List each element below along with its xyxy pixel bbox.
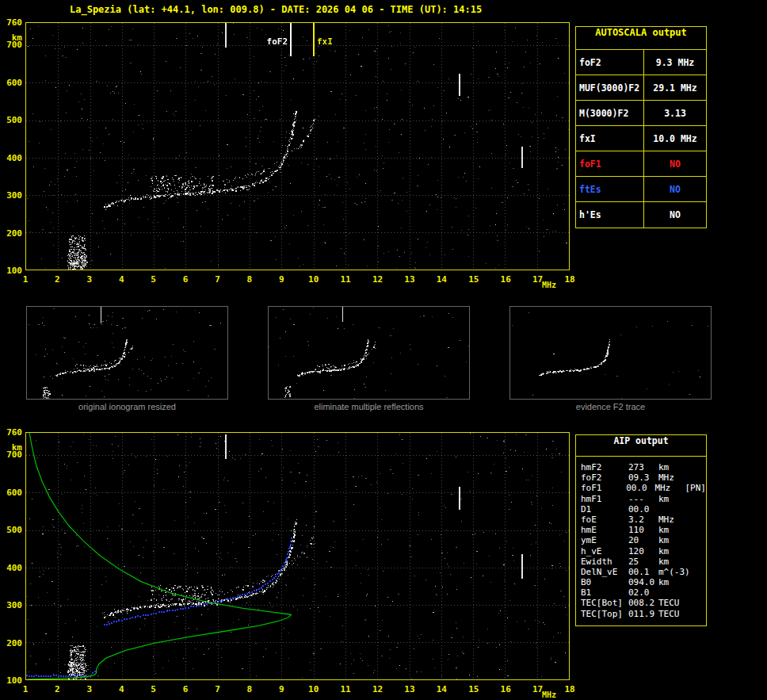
- autoscala-row-label: h'Es: [576, 202, 644, 228]
- aip-row: B0094.0km: [576, 577, 706, 587]
- aip-row-unit: m^(-3): [658, 567, 690, 577]
- thumbnail-caption-1: original ionogram resized: [26, 402, 228, 411]
- thumbnail-original-ionogram: [26, 306, 228, 400]
- aip-row-value: 00.1: [628, 567, 658, 577]
- thumbnail-evidence-f2-trace: [509, 306, 712, 400]
- x-tick-label: 6: [177, 274, 193, 285]
- aip-row-value: 25: [628, 557, 658, 567]
- autoscala-row-value: NO: [644, 151, 706, 176]
- aip-row-label: ymE: [581, 535, 628, 545]
- aip-row-value: 02.0: [628, 587, 658, 598]
- station-title: La_Spezia (lat: +44.1, lon: 009.8) - DAT…: [70, 4, 482, 15]
- aip-row: foE3.2MHz: [576, 514, 706, 525]
- aip-row-note: [690, 535, 706, 545]
- x-tick-label: 8: [242, 684, 258, 694]
- aip-row: B102.0: [576, 587, 706, 598]
- autoscala-row-label: foF1: [576, 151, 644, 176]
- x-tick-label: 7: [209, 274, 225, 285]
- aip-row-value: 09.3: [628, 472, 658, 483]
- autoscala-rows: foF29.3 MHzMUF(3000)F229.1 MHzM(3000)F23…: [576, 50, 706, 228]
- aip-panel-title: AIP output: [576, 435, 706, 457]
- aip-row-label: foE: [581, 514, 628, 525]
- aip-row-value: 110: [628, 525, 658, 535]
- y-tick-label: 400: [0, 153, 22, 163]
- aip-row-note: [690, 462, 706, 472]
- aip-output-panel: AIP output hmF2273kmfoF209.3MHzfoF100.0M…: [575, 434, 707, 626]
- aip-row-note: [690, 504, 706, 514]
- x-tick-label: 15: [466, 274, 482, 285]
- aip-row-unit: km: [658, 462, 690, 472]
- autoscala-row-label: foF2: [576, 50, 644, 75]
- aip-rows: hmF2273kmfoF209.3MHzfoF100.0MHz[PN]hmF1-…: [576, 462, 706, 619]
- y-tick-label: 760: [0, 17, 22, 28]
- aip-row: Ewidth25km: [576, 557, 706, 567]
- x-tick-label: 4: [113, 684, 129, 694]
- x-tick-label: 2: [49, 684, 65, 694]
- x-tick-label: 7: [209, 684, 225, 694]
- x-tick-label: 18: [562, 684, 578, 694]
- y-tick-label: 300: [0, 190, 22, 201]
- aip-row-label: h_vE: [581, 546, 628, 557]
- aip-row-unit: [658, 504, 690, 514]
- aip-row: D100.0: [576, 504, 706, 514]
- aip-row-label: Ewidth: [581, 557, 628, 567]
- x-axis-unit-label: MHz: [542, 281, 556, 289]
- aip-row-value: 3.2: [628, 514, 658, 525]
- thumbnail-canvas-3: [510, 307, 711, 399]
- y-tick-label: 200: [0, 228, 22, 239]
- aip-row-label: B0: [581, 577, 628, 587]
- y-tick-label: 100: [0, 675, 22, 686]
- aip-row-unit: [658, 587, 690, 598]
- x-tick-label: 12: [370, 684, 386, 694]
- aip-row-unit: TECU: [658, 598, 690, 608]
- autoscala-row: h'EsNO: [576, 202, 706, 228]
- autoscala-row-value: 9.3 MHz: [644, 50, 706, 75]
- aip-row-label: DelN_vE: [581, 567, 628, 577]
- thumbnail-caption-3: evidence F2 trace: [509, 402, 712, 411]
- autoscala-row-label: M(3000)F2: [576, 101, 644, 125]
- autoscala-row: ftEsNO: [576, 177, 706, 202]
- autoscala-row: fxI10.0 MHz: [576, 126, 706, 151]
- x-tick-label: 5: [146, 684, 162, 694]
- aip-row-note: [690, 472, 706, 483]
- x-tick-label: 6: [177, 684, 193, 694]
- x-tick-label: 15: [466, 684, 482, 694]
- aip-row-value: 094.0: [628, 577, 658, 587]
- x-tick-label: 4: [113, 274, 129, 285]
- aip-row: hmF1---km: [576, 494, 706, 504]
- aip-row: hmF2273km: [576, 462, 706, 472]
- x-tick-label: 12: [370, 274, 386, 285]
- aip-row: foF100.0MHz[PN]: [576, 483, 706, 493]
- y-tick-label: 400: [0, 563, 22, 573]
- autoscala-row: M(3000)F23.13: [576, 101, 706, 126]
- autoscala-row-label: MUF(3000)F2: [576, 75, 644, 100]
- aip-row-label: TEC[Bot]: [581, 598, 628, 608]
- x-tick-label: 5: [146, 274, 162, 285]
- aip-row-value: 008.2: [628, 598, 658, 608]
- y-tick-label: 200: [0, 638, 22, 648]
- aip-row-note: [690, 609, 706, 619]
- aip-row-label: D1: [581, 504, 628, 514]
- x-tick-label: 9: [273, 684, 289, 694]
- aip-row-unit: km: [658, 494, 690, 504]
- aip-row-value: 011.9: [628, 609, 658, 619]
- x-tick-label: 14: [433, 684, 449, 694]
- thumbnail-canvas-2: [269, 307, 469, 399]
- x-tick-label: 16: [498, 684, 513, 694]
- autoscala-row: foF29.3 MHz: [576, 50, 706, 75]
- aip-row-label: B1: [581, 587, 628, 598]
- aip-row-note: [690, 598, 706, 608]
- aip-row-unit: km: [658, 557, 690, 567]
- aip-row-unit: km: [658, 525, 690, 535]
- y-axis-unit-label: km: [0, 33, 22, 43]
- x-tick-label: 10: [306, 684, 322, 694]
- thumbnail-canvas-1: [27, 307, 227, 399]
- y-tick-label: 600: [0, 78, 22, 88]
- aip-row-unit: MHz: [658, 472, 690, 483]
- aip-row-value: 273: [628, 462, 658, 472]
- x-tick-label: 16: [498, 274, 513, 285]
- y-tick-label: 600: [0, 488, 22, 498]
- aip-row-label: foF1: [581, 483, 626, 493]
- profile-ionogram-canvas: [26, 433, 569, 679]
- autoscala-screen: La_Spezia (lat: +44.1, lon: 009.8) - DAT…: [0, 0, 767, 700]
